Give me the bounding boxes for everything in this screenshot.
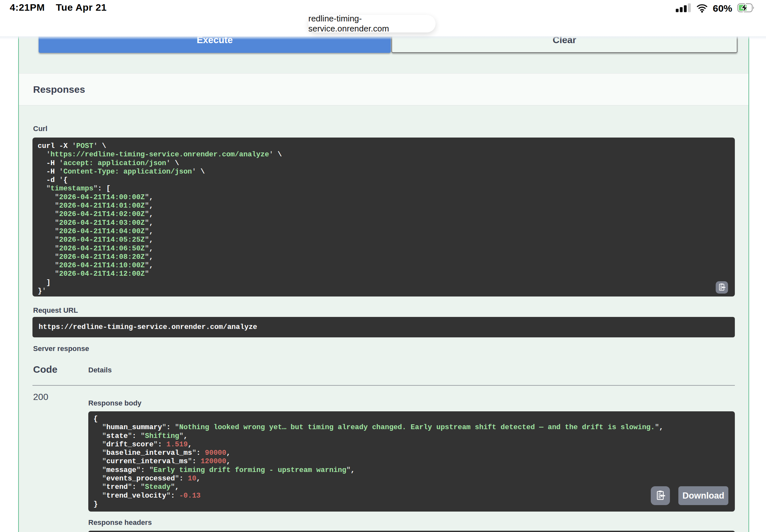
download-button[interactable]: Download (678, 486, 728, 505)
copy-curl-button[interactable] (716, 281, 728, 294)
request-url-value: https://redline-timing-service.onrender.… (32, 317, 735, 337)
table-divider (32, 385, 735, 386)
response-body-block[interactable]: { "human_summary": "Nothing looked wrong… (88, 411, 735, 512)
curl-label: Curl (33, 125, 47, 133)
response-headers-label: Response headers (88, 518, 152, 527)
clock: 4:21PM (10, 2, 45, 13)
date: Tue Apr 21 (56, 2, 107, 13)
code-column-header: Code (33, 364, 57, 375)
screen: 4:21PM Tue Apr 21 redline-timing-service… (0, 0, 766, 532)
address-bar-url: redline-timing-service.onrender.com (308, 14, 436, 34)
swagger-opblock: Execute Clear Responses Curl curl -X 'PO… (18, 0, 749, 532)
request-url-label: Request URL (33, 306, 78, 315)
response-body-label: Response body (88, 399, 141, 407)
clipboard-copy-icon (655, 490, 666, 502)
curl-command-block[interactable]: curl -X 'POST' \ 'https://redline-timing… (32, 138, 735, 296)
responses-header: Responses (19, 73, 748, 105)
battery-percent: 60% (713, 3, 732, 14)
wifi-icon (695, 3, 709, 14)
copy-response-button[interactable] (651, 486, 670, 505)
ios-status-bar: 4:21PM Tue Apr 21 redline-timing-service… (0, 0, 766, 36)
request-url-text: https://redline-timing-service.onrender.… (39, 323, 257, 331)
server-response-label: Server response (33, 345, 89, 353)
status-right: 60% (676, 3, 758, 14)
status-left: 4:21PM Tue Apr 21 (10, 2, 107, 13)
battery-charging-icon (736, 3, 758, 14)
clipboard-copy-icon (718, 283, 726, 292)
status-code-200: 200 (33, 392, 48, 402)
response-headers-block-top (88, 531, 735, 532)
cellular-signal-icon (676, 3, 691, 14)
browser-address-bar[interactable]: redline-timing-service.onrender.com (308, 15, 436, 32)
details-column-header: Details (88, 366, 112, 374)
responses-title: Responses (33, 84, 85, 95)
